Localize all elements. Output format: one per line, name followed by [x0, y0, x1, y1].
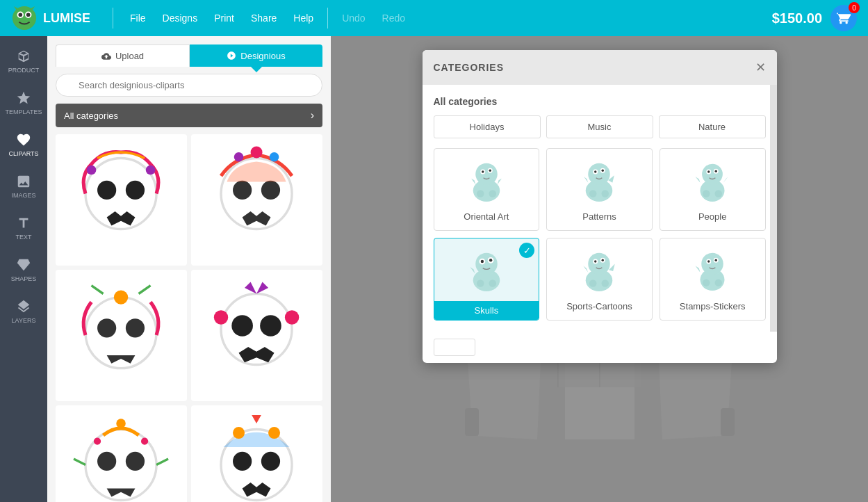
sidebar-label-layers: LAYERS: [12, 317, 36, 324]
category-image: [688, 157, 737, 206]
clipart-item[interactable]: [56, 270, 187, 401]
svg-point-65: [707, 170, 710, 173]
svg-point-67: [715, 170, 718, 172]
top-navigation: LUMISE File Designs Print Share Help Und…: [0, 0, 868, 36]
svg-point-85: [602, 280, 609, 287]
sidebar-item-images[interactable]: IMAGES: [0, 167, 47, 206]
svg-point-79: [589, 253, 611, 275]
svg-point-75: [489, 259, 492, 261]
svg-point-14: [234, 152, 244, 162]
svg-point-26: [97, 452, 116, 471]
modal-overlay: CATEGORIES ✕ All categories Holidays Mus…: [331, 36, 868, 502]
svg-point-69: [715, 190, 723, 197]
nav-file[interactable]: File: [122, 8, 154, 28]
cat-label-oriental: Oriental Art: [464, 211, 509, 222]
nav-share[interactable]: Share: [243, 8, 285, 28]
clipart-item[interactable]: [56, 405, 187, 502]
svg-point-92: [703, 279, 710, 286]
svg-point-13: [251, 147, 263, 159]
nav-designs[interactable]: Designs: [154, 8, 206, 28]
top-categories-row: Holidays Music Nature: [434, 115, 766, 138]
sidebar-item-cliparts[interactable]: CLIPARTS: [0, 125, 47, 164]
svg-point-24: [285, 311, 299, 325]
redo-button[interactable]: Redo: [374, 8, 413, 28]
sidebar-label-cliparts: CLIPARTS: [8, 150, 38, 157]
modal-cat-oriental-art[interactable]: Oriental Art: [434, 148, 540, 231]
cart-button[interactable]: 0: [830, 5, 857, 31]
skull-svg-5: [62, 412, 180, 502]
svg-point-35: [269, 428, 281, 439]
svg-point-6: [97, 181, 116, 200]
svg-point-23: [214, 311, 228, 325]
svg-point-53: [489, 190, 496, 197]
svg-point-55: [589, 163, 611, 186]
modal-close-button[interactable]: ✕: [755, 60, 766, 75]
svg-point-61: [602, 190, 609, 197]
svg-point-87: [701, 253, 723, 275]
heart-icon: [16, 132, 31, 147]
clipart-item[interactable]: [191, 405, 322, 502]
svg-point-30: [141, 438, 148, 445]
clipart-item[interactable]: [56, 134, 187, 266]
main-layout: PRODUCT TEMPLATES CLIPARTS IMAGES: [0, 36, 868, 502]
tab-designious-label: Designious: [240, 51, 285, 61]
diamond-icon: [16, 257, 31, 273]
svg-point-15: [270, 152, 279, 162]
svg-point-91: [715, 259, 718, 262]
svg-point-29: [94, 438, 101, 445]
clipart-grid-inner: [56, 134, 322, 502]
tab-upload[interactable]: Upload: [56, 44, 190, 67]
modal-cat-skulls[interactable]: ✓ Skulls: [434, 238, 540, 321]
sidebar-item-shapes[interactable]: SHAPES: [0, 250, 47, 289]
svg-point-11: [233, 181, 252, 200]
modal-cat-people[interactable]: People: [660, 148, 766, 231]
price-display: $150.00: [772, 10, 822, 26]
layers-icon: [16, 299, 31, 314]
svg-point-32: [233, 452, 252, 471]
cat-label-patterns: Patterns: [582, 211, 616, 222]
text-icon: [16, 216, 31, 231]
categories-bar[interactable]: All categories ›: [56, 104, 322, 127]
svg-point-68: [703, 190, 710, 197]
all-categories-title: All categories: [434, 96, 766, 107]
svg-point-21: [232, 316, 254, 337]
top-cat-music[interactable]: Music: [546, 115, 653, 138]
categories-label: All categories: [56, 105, 302, 127]
star-icon: [16, 90, 31, 106]
sidebar-item-layers[interactable]: LAYERS: [0, 292, 47, 331]
box-icon: [16, 49, 31, 64]
cart-icon: [837, 11, 851, 25]
selected-checkmark: ✓: [519, 243, 534, 258]
search-input[interactable]: [56, 74, 322, 97]
sidebar-item-templates[interactable]: TEMPLATES: [0, 83, 47, 122]
category-image: [575, 247, 623, 295]
clipart-item[interactable]: [191, 270, 322, 401]
clipart-item[interactable]: [191, 134, 322, 266]
modal-header: CATEGORIES ✕: [423, 50, 777, 85]
svg-point-4: [26, 13, 31, 17]
nav-print[interactable]: Print: [206, 8, 243, 28]
skull-svg-2: [197, 140, 316, 259]
svg-point-47: [475, 163, 498, 186]
top-cat-holidays[interactable]: Holidays: [434, 115, 541, 138]
panel-tabs: Upload Designious: [47, 36, 331, 67]
cart-badge: 0: [849, 2, 860, 13]
page-input[interactable]: [434, 339, 475, 356]
undo-button[interactable]: Undo: [334, 8, 373, 28]
modal-scrollbar: [770, 85, 777, 332]
modal-grid: Oriental Art: [434, 148, 766, 321]
modal-cat-stamps[interactable]: Stamps-Stickers: [660, 238, 766, 321]
nav-help[interactable]: Help: [285, 8, 322, 28]
sidebar-label-templates: TEMPLATES: [6, 108, 42, 115]
sidebar-item-product[interactable]: PRODUCT: [0, 42, 47, 81]
tab-designious[interactable]: Designious: [190, 44, 322, 67]
tab-pointer: [251, 67, 262, 72]
svg-point-76: [477, 280, 484, 287]
modal-cat-sports[interactable]: Sports-Cartoons: [546, 238, 653, 321]
panel: Upload Designious All categories: [47, 36, 331, 502]
sidebar-item-text[interactable]: TEXT: [0, 209, 47, 248]
svg-point-57: [594, 170, 597, 173]
tab-upload-label: Upload: [115, 51, 144, 61]
top-cat-nature[interactable]: Nature: [659, 115, 766, 138]
modal-cat-patterns[interactable]: Patterns: [546, 148, 653, 231]
